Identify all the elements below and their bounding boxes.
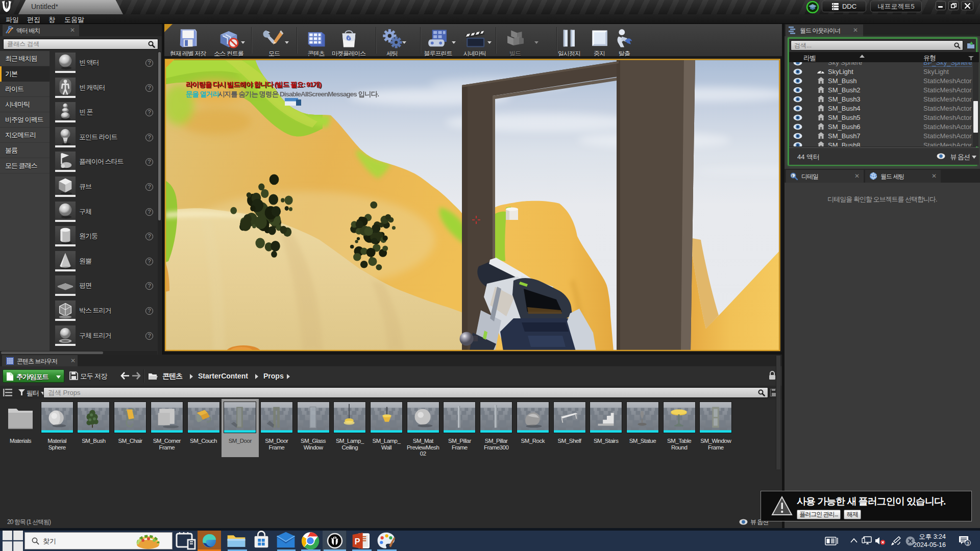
svg-text:P: P xyxy=(355,537,360,546)
svg-text:문을 열거라시지를 숨기는 명령은 DisableAllSc: 문을 열거라시지를 숨기는 명령은 DisableAllScreenMessag… xyxy=(186,90,379,98)
svg-text:3: 3 xyxy=(967,541,969,546)
svg-text:라이팅을 다시 빌드해야 합니다 (빌드 필요: 91개): 라이팅을 다시 빌드해야 합니다 (빌드 필요: 91개) xyxy=(186,81,322,88)
svg-text:i: i xyxy=(792,173,793,178)
